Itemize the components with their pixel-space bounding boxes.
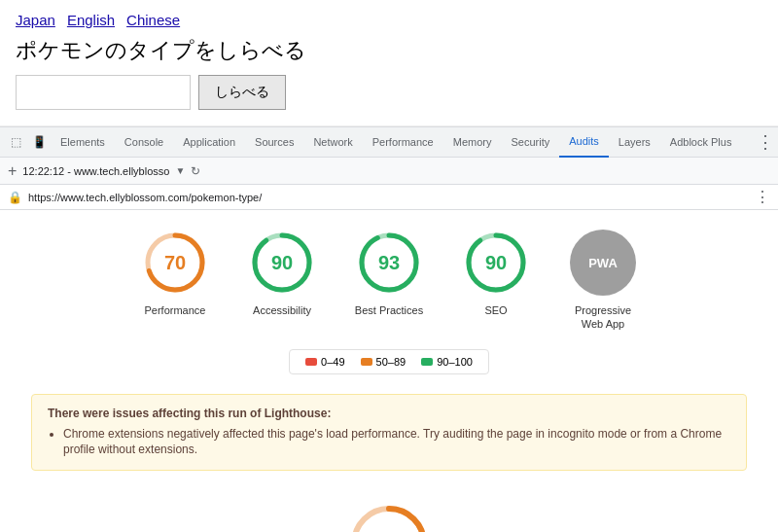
best-practices-circle: 93 [356,230,422,296]
scores-row: 70 Performance 90 Accessibility [16,230,762,332]
search-row: しらべる [16,75,762,110]
perf-big-circle: 70 [345,500,433,532]
more-icon[interactable]: ⋮ [757,131,774,153]
accessibility-circle: 90 [249,230,315,296]
score-best-practices: 93 Best Practices [350,230,428,332]
tab-layers[interactable]: Layers [609,126,660,158]
language-links: Japan English Chinese [16,12,762,28]
devtools-url-bar: + 12:22:12 - www.tech.ellyblosso ▼ ↻ [0,158,778,185]
audit-content: 70 Performance 90 Accessibility [0,210,778,532]
tab-performance[interactable]: Performance [363,126,443,158]
devtools-url-row: 🔒 https://www.tech.ellyblossom.com/pokem… [0,185,778,210]
tab-application[interactable]: Application [173,126,245,158]
warning-title: There were issues affecting this run of … [48,407,730,420]
devtools-tabs: Elements Console Application Sources Net… [51,126,757,158]
seo-circle: 90 [463,230,529,296]
accessibility-label: Accessibility [253,303,311,317]
best-practices-label: Best Practices [355,303,423,317]
seo-score: 90 [485,252,507,274]
legend-dot-green [421,358,433,366]
url-more-icon[interactable]: ⋮ [755,188,770,206]
legend-range-low: 0–49 [321,356,344,368]
lang-chinese[interactable]: Chinese [126,12,180,28]
score-pwa: PWA Progressive Web App [564,230,642,332]
legend-range-high: 90–100 [437,356,473,368]
tab-adblock[interactable]: Adblock Plus [660,126,742,158]
site-title: ポケモンのタイプをしらべる [16,36,762,65]
legend-row: 0–49 50–89 90–100 [289,349,489,374]
inspect-icon[interactable]: ⬚ [4,130,27,154]
performance-score: 70 [164,252,186,274]
perf-section: 70 Performance [16,490,762,532]
lang-japan[interactable]: Japan [16,12,55,28]
accessibility-score: 90 [271,252,293,274]
reload-icon[interactable]: ↻ [191,164,200,178]
legend-range-mid: 50–89 [376,356,407,368]
pwa-circle: PWA [570,230,636,296]
legend-green: 90–100 [421,356,473,368]
pwa-text: PWA [588,256,618,270]
tab-audits[interactable]: Audits [559,126,609,158]
legend-orange: 50–89 [361,356,407,368]
warning-item: Chrome extensions negatively affected th… [63,426,730,459]
url-text: https://www.tech.ellyblossom.com/pokemon… [28,192,749,203]
timestamp: 12:22:12 - www.tech.ellyblosso [22,165,169,177]
search-input[interactable] [16,75,191,110]
score-performance: 70 Performance [136,230,214,332]
score-accessibility: 90 Accessibility [243,230,321,332]
tab-memory[interactable]: Memory [443,126,502,158]
tab-security[interactable]: Security [501,126,559,158]
tab-console[interactable]: Console [115,126,173,158]
pwa-label: Progressive Web App [564,303,642,332]
best-practices-score: 93 [378,252,400,274]
legend-dot-orange [361,358,372,366]
warning-box: There were issues affecting this run of … [31,394,747,472]
website-section: Japan English Chinese ポケモンのタイプをしらべる しらべる [0,0,778,126]
seo-label: SEO [484,303,507,317]
legend-red: 0–49 [305,356,344,368]
warning-text: Chrome extensions negatively affected th… [48,426,730,459]
search-button[interactable]: しらべる [198,75,286,110]
performance-label: Performance [145,303,206,317]
device-icon[interactable]: 📱 [27,130,51,154]
tab-elements[interactable]: Elements [51,126,115,158]
score-seo: 90 SEO [457,230,535,332]
tab-network[interactable]: Network [303,126,362,158]
lock-icon: 🔒 [8,191,22,204]
add-icon[interactable]: + [8,163,17,179]
performance-circle: 70 [142,230,208,296]
legend-dot-red [305,358,317,366]
dropdown-icon[interactable]: ▼ [175,165,185,176]
devtools-toolbar: ⬚ 📱 Elements Console Application Sources… [0,126,778,158]
tab-sources[interactable]: Sources [245,126,303,158]
lang-english[interactable]: English [67,12,115,28]
